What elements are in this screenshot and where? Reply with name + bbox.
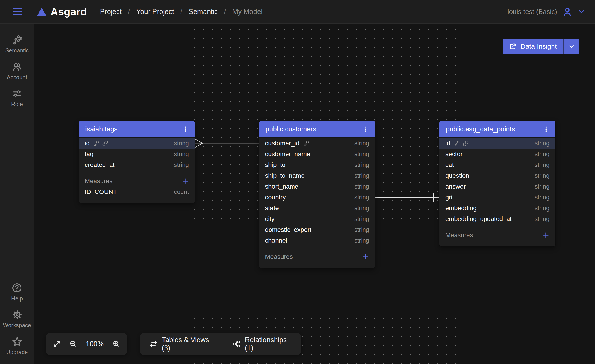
breadcrumb-item-your-project[interactable]: Your Project [136,8,174,16]
fit-view-button[interactable] [53,340,61,348]
table-card-header[interactable]: public.esg_data_points [439,121,555,138]
field-type: string [174,161,189,168]
field-type: string [535,216,549,223]
expand-icon [53,340,61,348]
field-row-id[interactable]: id string [439,138,555,149]
add-measure-button[interactable] [542,231,549,239]
field-row-answer[interactable]: answer string [439,181,555,192]
add-measure-button[interactable] [362,253,369,260]
field-row-city[interactable]: city string [259,214,375,224]
plus-icon [362,253,369,260]
kebab-menu-icon[interactable] [181,125,190,133]
field-row-ship_to_name[interactable]: ship_to_name string [259,170,375,181]
field-row-customer_id[interactable]: customer_id string [259,138,375,149]
field-type: string [535,172,549,179]
measures-section: Measures ID_COUNT count [79,172,195,203]
field-name: id [445,140,450,147]
field-row-country[interactable]: country string [259,192,375,203]
zoom-out-button[interactable] [69,340,77,348]
add-measure-button[interactable] [182,177,189,185]
breadcrumb-item-project[interactable]: Project [100,8,121,16]
field-name: customer_id [265,140,299,147]
field-row-short_name[interactable]: short_name string [259,181,375,192]
sidebar-item-account[interactable]: Account [7,62,27,81]
kebab-menu-icon [182,126,189,133]
bottom-toolbar: Tables & Views (3) Relationships (1) [140,333,301,355]
breadcrumb-item-semantic[interactable]: Semantic [189,8,218,16]
field-name: country [265,194,286,201]
measures-label: Measures [85,177,113,185]
plus-icon [182,177,189,185]
data-insight-dropdown-button[interactable] [563,39,579,54]
field-name: id [85,140,90,147]
top-bar: Asgard Project/Your Project/Semantic/My … [0,0,595,24]
kebab-menu-icon [362,126,369,133]
field-row-cat[interactable]: cat string [439,160,555,170]
user-avatar-icon[interactable] [563,7,572,16]
table-card-header[interactable]: public.customers [259,121,375,138]
field-row-sector[interactable]: sector string [439,149,555,160]
field-type: string [535,161,549,168]
field-name: embedding [445,204,477,212]
field-name: state [265,204,279,212]
field-row-created_at[interactable]: created_at string [79,160,195,170]
sidebar-item-role[interactable]: Role [11,88,23,107]
zoom-toolbar: 100% [46,333,127,355]
field-type: string [535,183,549,190]
field-row-ship_to[interactable]: ship_to string [259,160,375,170]
data-insight-label: Data Insight [521,42,557,50]
measure-row-ID_COUNT[interactable]: ID_COUNT count [79,187,195,197]
kebab-menu-icon[interactable] [542,125,550,133]
measures-label: Measures [265,253,293,260]
sidebar-item-workspace[interactable]: Workspace [3,309,31,329]
kebab-menu-icon[interactable] [361,125,370,133]
sidebar-item-upgrade[interactable]: Upgrade [6,336,28,356]
chevron-down-icon [577,8,586,16]
relationships-button[interactable]: Relationships (1) [233,336,291,352]
external-link-icon [509,43,517,50]
star-icon [12,336,22,347]
field-row-embedding_updated_at[interactable]: embedding_updated_at string [439,214,555,224]
measures-label: Measures [445,231,473,239]
sidebar-item-label: Workspace [3,322,31,329]
field-row-embedding[interactable]: embedding string [439,203,555,214]
field-name: ship_to [265,161,285,168]
field-row-state[interactable]: state string [259,203,375,214]
sidebar-top-group: SemanticAccountRole [0,35,34,107]
field-row-domestic_export[interactable]: domestic_export string [259,224,375,235]
hamburger-menu-button[interactable] [12,6,23,18]
field-row-question[interactable]: question string [439,170,555,181]
field-row-customer_name[interactable]: customer_name string [259,149,375,160]
field-type: string [354,172,369,179]
field-row-id[interactable]: id string [79,138,195,149]
field-row-gri[interactable]: gri string [439,192,555,203]
account-people-icon [12,62,22,72]
link-icon [463,140,469,147]
measures-header: Measures [79,176,195,187]
user-menu[interactable]: louis test (Basic) [508,7,586,16]
field-row-channel[interactable]: channel string [259,235,375,246]
key-icon [303,140,309,147]
field-name: ship_to_name [265,172,305,179]
sidebar-item-label: Role [11,101,23,107]
field-row-tag[interactable]: tag string [79,149,195,160]
chevron-down-icon [568,43,575,50]
data-insight-split-button: Data Insight [503,39,579,54]
field-icons [93,140,108,147]
triangle-logo-icon [36,7,47,17]
relationships-icon [233,340,240,348]
external-link-icon [509,43,517,50]
data-insight-button[interactable]: Data Insight [503,39,563,54]
field-name: created_at [85,161,114,168]
table-card-header[interactable]: isaiah.tags [79,121,195,138]
field-icons [303,140,309,147]
help-icon [12,283,22,293]
chevron-down-icon[interactable] [577,8,586,16]
sidebar-bottom-group: HelpWorkspaceUpgrade [0,283,34,356]
zoom-in-button[interactable] [113,340,120,348]
measures-section: Measures [439,226,555,246]
field-name: city [265,215,275,223]
tables-views-button[interactable]: Tables & Views (3) [150,336,213,352]
sidebar-item-help[interactable]: Help [11,283,23,302]
sidebar-item-semantic[interactable]: Semantic [5,35,29,54]
